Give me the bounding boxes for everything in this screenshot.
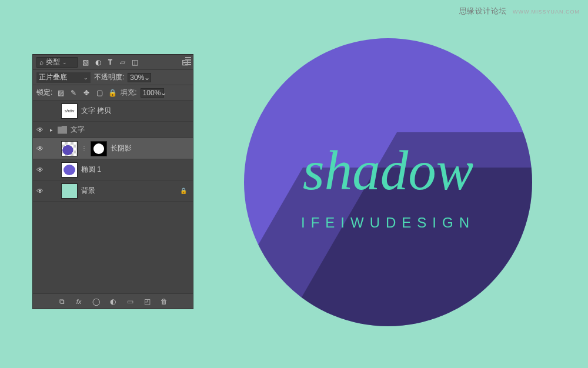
folder-icon — [58, 126, 67, 134]
new-layer-icon[interactable]: ◰ — [143, 297, 152, 306]
visibility-toggle[interactable]: 👁 — [35, 187, 45, 195]
lock-transparent-icon[interactable]: ▨ — [56, 88, 65, 97]
adjustment-layer-icon[interactable]: ◐ — [109, 297, 118, 306]
panel-bottom-bar: ⧉ fx ◯ ◐ ▭ ◰ 🗑 — [33, 293, 193, 309]
fill-label: 填充: — [121, 88, 136, 98]
layers-panel: ⌕ 类型 ⌄ ▧ ◐ T ▱ ◫ ⊟ 正片叠底 ⌄ 不透明度: 30% ⌄ 锁定… — [32, 54, 193, 309]
layer-mask-thumbnail[interactable] — [91, 141, 107, 156]
fill-input[interactable]: 100% ⌄ — [141, 88, 164, 98]
fx-icon[interactable]: fx — [75, 297, 83, 306]
filter-row: ⌕ 类型 ⌄ ▧ ◐ T ▱ ◫ ⊟ — [33, 55, 193, 70]
new-group-icon[interactable]: ▭ — [126, 297, 135, 306]
layer-row[interactable]: shdw 文字 拷贝 — [33, 101, 193, 122]
layer-name[interactable]: 背景 — [81, 186, 176, 196]
panel-menu-icon[interactable] — [185, 57, 191, 63]
watermark-sub: WWW.MISSYUAN.COM — [513, 9, 580, 15]
opacity-label: 不透明度: — [94, 72, 124, 82]
add-mask-icon[interactable]: ◯ — [92, 297, 101, 306]
layer-thumbnail[interactable] — [61, 183, 78, 199]
layer-row[interactable]: 👁 背景 🔒 — [33, 180, 193, 202]
artwork-title: shadow — [244, 138, 532, 203]
lock-label: 锁定: — [36, 88, 52, 98]
filter-type-dropdown[interactable]: ⌕ 类型 ⌄ — [36, 57, 78, 68]
artwork-subtitle: IFEIWUDESIGN — [244, 215, 532, 231]
chevron-down-icon: ⌄ — [62, 59, 67, 65]
filter-smart-icon[interactable]: ◫ — [131, 58, 139, 66]
link-mask-icon[interactable]: ⋮ — [81, 145, 87, 152]
filter-shape-icon[interactable]: ▱ — [118, 58, 127, 66]
layer-thumbnail[interactable]: shdw — [61, 103, 78, 119]
visibility-toggle[interactable]: 👁 — [35, 145, 45, 153]
fill-value: 100% — [143, 89, 161, 97]
filter-label: 类型 — [46, 57, 60, 67]
chevron-down-icon: ⌄ — [83, 75, 88, 81]
chevron-down-icon: ⌄ — [161, 89, 166, 97]
lock-all-icon[interactable]: 🔒 — [108, 88, 117, 97]
artwork-circle: shadow IFEIWUDESIGN — [244, 38, 532, 326]
layer-thumbnail[interactable] — [61, 141, 78, 156]
layer-thumbnail[interactable] — [61, 162, 78, 178]
layers-list: shdw 文字 拷贝 👁 ▸ 文字 👁 ⋮ 长阴影 👁 椭圆 1 👁 — [33, 101, 193, 293]
lock-icon: 🔒 — [180, 188, 187, 194]
opacity-input[interactable]: 30% ⌄ — [128, 73, 151, 82]
watermark: 思缘设计论坛 WWW.MISSYUAN.COM — [459, 6, 580, 16]
blend-mode-dropdown[interactable]: 正片叠底 ⌄ — [36, 72, 91, 83]
layer-group-row[interactable]: 👁 ▸ 文字 — [33, 122, 193, 138]
filter-text-icon[interactable]: T — [106, 58, 115, 66]
search-icon: ⌕ — [39, 58, 44, 66]
filter-pixel-icon[interactable]: ▧ — [81, 58, 90, 66]
chevron-down-icon: ⌄ — [144, 73, 150, 82]
delete-layer-icon[interactable]: 🗑 — [160, 297, 169, 306]
visibility-toggle[interactable]: 👁 — [35, 126, 45, 134]
group-collapse-icon[interactable]: ▸ — [48, 127, 54, 133]
link-layers-icon[interactable]: ⧉ — [58, 297, 66, 306]
opacity-value: 30% — [130, 73, 144, 82]
blend-mode-value: 正片叠底 — [39, 72, 67, 82]
layer-name[interactable]: 长阴影 — [111, 143, 191, 153]
layer-name[interactable]: 文字 拷贝 — [81, 106, 191, 116]
layer-row[interactable]: 👁 ⋮ 长阴影 — [33, 138, 193, 159]
layer-name[interactable]: 椭圆 1 — [81, 165, 191, 175]
lock-position-icon[interactable]: ✥ — [82, 88, 91, 97]
layer-name[interactable]: 文字 — [71, 125, 191, 135]
filter-adjust-icon[interactable]: ◐ — [93, 58, 102, 66]
watermark-main: 思缘设计论坛 — [459, 6, 507, 15]
visibility-toggle[interactable]: 👁 — [35, 166, 45, 174]
lock-artboard-icon[interactable]: ▢ — [95, 88, 104, 97]
lock-image-icon[interactable]: ✎ — [69, 88, 78, 97]
layer-row[interactable]: 👁 椭圆 1 — [33, 159, 193, 180]
lock-row: 锁定: ▨ ✎ ✥ ▢ 🔒 填充: 100% ⌄ — [33, 85, 193, 101]
blend-row: 正片叠底 ⌄ 不透明度: 30% ⌄ — [33, 70, 193, 85]
